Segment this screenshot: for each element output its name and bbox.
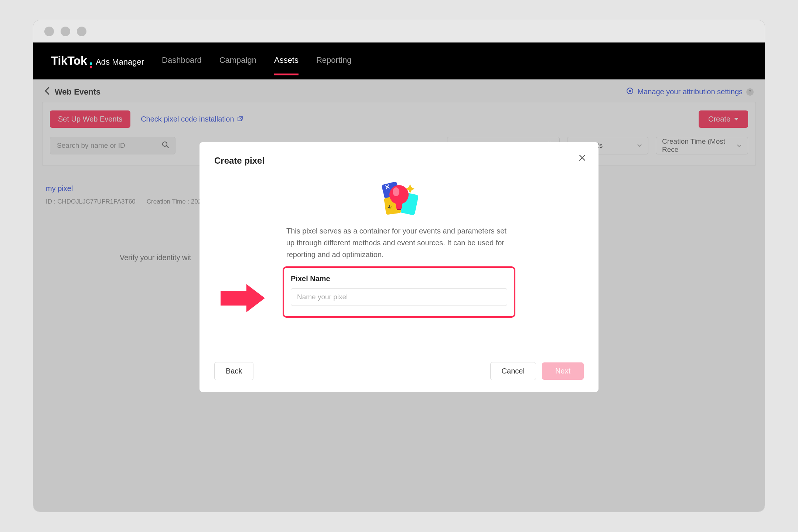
logo-brand: TikTok: [51, 54, 87, 68]
arrow-annotation-icon: [221, 284, 265, 314]
modal-close-button[interactable]: [579, 153, 586, 164]
pixel-name-input[interactable]: [291, 288, 507, 306]
window-dot-3: [77, 27, 86, 36]
back-button[interactable]: Back: [214, 362, 253, 380]
logo-sub: Ads Manager: [96, 57, 144, 67]
pixel-name-highlight: Pixel Name: [283, 266, 515, 318]
lightbulb-cards-icon: ✕ +: [377, 176, 421, 217]
logo-colon-icon: [90, 62, 92, 68]
svg-rect-17: [396, 203, 402, 209]
modal-title: Create pixel: [214, 156, 584, 166]
svg-point-16: [393, 187, 399, 196]
next-button[interactable]: Next: [542, 362, 584, 380]
browser-frame: TikTok Ads Manager Dashboard Campaign As…: [33, 20, 765, 512]
modal-overlay: Create pixel ✕ +: [33, 79, 765, 512]
modal-graphic: ✕ +: [214, 176, 584, 217]
pixel-name-label: Pixel Name: [291, 274, 507, 283]
modal-footer: Back Cancel Next: [214, 362, 584, 380]
window-dot-1: [44, 27, 54, 36]
app-container: TikTok Ads Manager Dashboard Campaign As…: [33, 42, 765, 512]
modal-description: This pixel serves as a container for you…: [286, 225, 512, 260]
window-dot-2: [61, 27, 70, 36]
nav-items: Dashboard Campaign Assets Reporting: [162, 55, 351, 66]
cancel-button[interactable]: Cancel: [490, 362, 536, 380]
window-titlebar: [33, 20, 765, 42]
top-nav: TikTok Ads Manager Dashboard Campaign As…: [33, 42, 765, 79]
nav-campaign[interactable]: Campaign: [219, 55, 256, 66]
create-pixel-modal: Create pixel ✕ +: [200, 142, 598, 392]
logo: TikTok Ads Manager: [51, 54, 144, 68]
svg-point-15: [389, 185, 409, 204]
nav-dashboard[interactable]: Dashboard: [162, 55, 202, 66]
nav-reporting[interactable]: Reporting: [316, 55, 351, 66]
nav-assets[interactable]: Assets: [274, 55, 299, 66]
close-icon: [579, 153, 586, 163]
